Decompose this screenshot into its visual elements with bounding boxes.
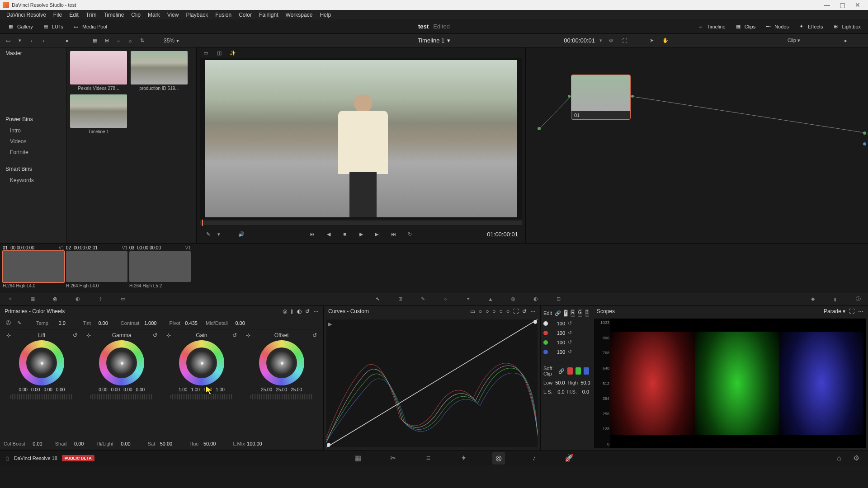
- sort-icon[interactable]: ⇅: [137, 36, 146, 45]
- picker-icon[interactable]: ⊹: [166, 332, 171, 338]
- color-node[interactable]: 01: [571, 75, 631, 120]
- media-thumb[interactable]: Timeline 1: [70, 94, 127, 134]
- master-jog[interactable]: [250, 394, 313, 399]
- bypass-icon[interactable]: ⊘: [607, 36, 616, 45]
- curve-editor[interactable]: ▶: [326, 319, 538, 447]
- reset-icon[interactable]: ↺: [568, 349, 572, 355]
- color-wheels-icon[interactable]: ◎: [51, 295, 60, 304]
- search-icon[interactable]: ⌕: [126, 36, 135, 45]
- split-icon[interactable]: ◫: [215, 48, 224, 57]
- wheel-values[interactable]: 25.0025.0025.00: [261, 387, 302, 392]
- menu-fairlight[interactable]: Fairlight: [255, 12, 282, 18]
- menu-timeline[interactable]: Timeline: [100, 12, 127, 18]
- nav-prev-icon[interactable]: ‹: [27, 36, 36, 45]
- softclip-ls[interactable]: 0.0: [555, 389, 565, 394]
- channel-b-button[interactable]: B: [585, 310, 589, 317]
- menu-help[interactable]: Help: [316, 12, 335, 18]
- graph-output-node[interactable]: [863, 131, 866, 135]
- timeline-clip[interactable]: 0100:00:00:00V1 H.264 High L4.0: [3, 245, 64, 290]
- auto-balance-icon[interactable]: Ⓐ: [4, 319, 13, 328]
- hilight-value[interactable]: 0.00: [115, 441, 131, 446]
- reset-icon[interactable]: ↺: [305, 308, 310, 314]
- middetail-value[interactable]: 0.00: [230, 320, 245, 326]
- reset-icon[interactable]: ↺: [153, 332, 157, 338]
- intensity-y[interactable]: 100: [551, 321, 565, 326]
- nodes-button[interactable]: ⊷Nodes: [761, 21, 793, 32]
- close-button[interactable]: ✕: [850, 0, 865, 9]
- window-icon[interactable]: ○: [441, 295, 450, 304]
- log-mode-icon[interactable]: ◐: [297, 308, 302, 314]
- menu-workspace[interactable]: Workspace: [282, 12, 316, 18]
- last-frame-icon[interactable]: ⏭: [390, 230, 398, 238]
- stop-icon[interactable]: ■: [341, 230, 349, 238]
- master-jog[interactable]: [170, 394, 233, 399]
- menu-file[interactable]: File: [50, 12, 66, 18]
- picker-icon[interactable]: ✎: [204, 230, 212, 238]
- fairlight-page-icon[interactable]: ♪: [528, 452, 540, 465]
- loop-icon[interactable]: ↻: [406, 230, 414, 238]
- curve-mode-icon[interactable]: ○: [479, 308, 482, 314]
- master-jog[interactable]: [10, 394, 73, 399]
- sidebar-powerbins[interactable]: Power Bins: [0, 113, 66, 125]
- intensity-r[interactable]: 100: [551, 330, 565, 336]
- edit-page-icon[interactable]: ≡: [422, 452, 434, 465]
- thumb-view-icon[interactable]: ▦: [90, 36, 99, 45]
- reset-icon[interactable]: ↺: [568, 339, 572, 345]
- more-icon[interactable]: ⋯: [634, 36, 643, 45]
- tint-value[interactable]: 0.00: [93, 320, 108, 326]
- shad-value[interactable]: 0.00: [68, 441, 84, 446]
- viewer-scrubber[interactable]: [200, 221, 522, 225]
- picker-icon[interactable]: ⊹: [6, 332, 11, 338]
- wheel-values[interactable]: 0.000.000.000.00: [99, 387, 145, 392]
- color-wheel[interactable]: [99, 340, 144, 385]
- grid-view-icon[interactable]: ⊞: [102, 36, 111, 45]
- key-icon[interactable]: ◐: [531, 295, 540, 304]
- wheels-mode-icon[interactable]: ◎: [283, 308, 287, 314]
- softclip-high[interactable]: 50.0: [580, 380, 590, 385]
- reset-icon[interactable]: ↺: [232, 332, 237, 338]
- expand-icon[interactable]: ⛶: [513, 308, 519, 314]
- curve-mode-icon[interactable]: ○: [500, 308, 503, 314]
- wand-icon[interactable]: ✨: [228, 48, 237, 57]
- menu-fusion[interactable]: Fusion: [212, 12, 235, 18]
- temp-value[interactable]: 0.0: [50, 320, 66, 326]
- timeline-name-dropdown[interactable]: Timeline 1 ▾: [418, 37, 450, 44]
- curve-mode-icon[interactable]: ○: [486, 308, 489, 314]
- scope-canvas[interactable]: 10238967686405123842561280: [594, 319, 866, 448]
- contrast-value[interactable]: 1.000: [141, 320, 156, 326]
- viewer-timecode[interactable]: 00:00:00:01: [564, 37, 595, 44]
- rgb-mixer-icon[interactable]: ⊹: [96, 295, 105, 304]
- channel-r-button[interactable]: R: [571, 310, 575, 317]
- zoom-dropdown[interactable]: 35% ▾: [164, 38, 179, 44]
- magic-mask-icon[interactable]: ▲: [486, 295, 495, 304]
- pivot-value[interactable]: 0.435: [182, 320, 198, 326]
- menu-view[interactable]: View: [164, 12, 183, 18]
- clips-button[interactable]: ▦Clips: [731, 21, 759, 32]
- timeline-clip[interactable]: 0200:00:02:01V1 H.264 High L4.0: [66, 245, 127, 290]
- softclip-b-button[interactable]: [584, 367, 589, 375]
- reset-icon[interactable]: ↺: [568, 330, 572, 336]
- curve-mode-icon[interactable]: ○: [492, 308, 495, 314]
- view-mode-icon[interactable]: ▭: [4, 36, 13, 45]
- more-icon[interactable]: ⋯: [313, 308, 319, 314]
- softclip-r-button[interactable]: [567, 367, 573, 375]
- record-icon[interactable]: ●: [62, 36, 71, 45]
- play-icon[interactable]: ▶: [357, 230, 365, 238]
- link-icon[interactable]: 🔗: [558, 368, 565, 374]
- nav-next-icon[interactable]: ›: [39, 36, 48, 45]
- minimize-button[interactable]: —: [819, 0, 835, 9]
- color-page-icon[interactable]: ◎: [492, 452, 505, 465]
- menu-edit[interactable]: Edit: [66, 12, 82, 18]
- maximize-button[interactable]: ▢: [835, 0, 850, 9]
- wheel-values[interactable]: 1.001.001.001.00: [179, 387, 225, 392]
- gallery-button[interactable]: ▦Gallery: [4, 21, 37, 32]
- master-jog[interactable]: [90, 394, 153, 399]
- scopes-icon[interactable]: ⫿: [831, 295, 840, 304]
- sidebar-item-keywords[interactable]: Keywords: [0, 175, 66, 186]
- menu-davinci[interactable]: DaVinci Resolve: [3, 12, 50, 18]
- menu-playback[interactable]: Playback: [182, 12, 212, 18]
- lummix-value[interactable]: 100.00: [247, 441, 262, 446]
- next-frame-icon[interactable]: ▶|: [373, 230, 382, 238]
- more-icon[interactable]: ⋯: [51, 36, 60, 45]
- softclip-low[interactable]: 50.0: [555, 380, 565, 385]
